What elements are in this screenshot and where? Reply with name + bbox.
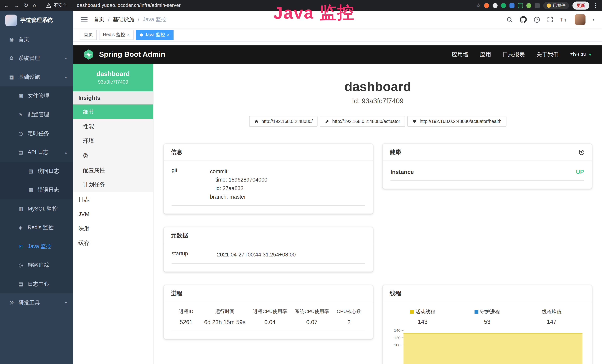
extension-icon[interactable] [501,3,506,8]
update-button[interactable]: 更新 [572,1,589,9]
sidebar-item-system-management[interactable]: ⚙ 系统管理 ▾ [0,49,73,67]
sidebar-item-file-management[interactable]: ▣ 文件管理 [0,86,73,105]
extension-icon[interactable] [484,3,489,8]
menu-item-jvm[interactable]: JVM [73,207,153,221]
menu-item-environment[interactable]: 环境 [73,134,153,148]
redis-icon: ◈ [18,225,24,230]
github-icon[interactable] [520,16,527,23]
app-sidebar: 芋道管理系统 ◉ 首页 ⚙ 系统管理 ▾ ▦ 基础设施 ▴ ▣ 文件管理 ✎ 配… [0,11,73,364]
bookmark-star-icon[interactable]: ☆ [476,2,481,8]
sidebar-item-redis-monitor[interactable]: ◈ Redis 监控 [0,218,73,237]
menu-item-details[interactable]: 细节 [73,104,153,119]
tag-java-monitor[interactable]: Java 监控 × [136,30,173,40]
close-icon[interactable]: × [127,32,130,37]
sidebar-item-api-logs[interactable]: ▤ API 日志 ▴ [0,143,73,161]
breadcrumb-current: Java 监控 [143,16,166,23]
sba-nav-about[interactable]: 关于我们 [536,51,559,58]
sba-nav-journal[interactable]: 日志报表 [503,51,525,58]
menu-item-metrics[interactable]: 性能 [73,119,153,134]
breadcrumb-infrastructure[interactable]: 基础设施 [113,16,134,23]
sba-brand-title: Spring Boot Admin [99,50,165,59]
sidebar-item-scheduled-tasks[interactable]: ◴ 定时任务 [0,124,73,143]
font-size-icon[interactable]: TT [560,17,568,23]
sidebar-item-home[interactable]: ◉ 首页 [0,30,73,49]
search-icon[interactable] [506,16,513,23]
peak-threads-value: 147 [519,318,584,325]
sidebar-item-dev-tools[interactable]: ⚒ 研发工具 ▾ [0,293,73,312]
user-avatar[interactable] [575,14,586,25]
divider [72,3,72,8]
extension-icon[interactable] [509,3,515,8]
peak-threads-label: 线程峰值 [542,308,562,315]
live-threads-value: 143 [390,318,455,325]
extension-icon[interactable] [526,3,531,8]
process-uptime-value: 6d 23h 15m 59s [201,319,249,325]
menu-item-caches[interactable]: 缓存 [73,236,153,250]
reload-icon[interactable]: ↻ [24,2,28,8]
menu-item-mappings[interactable]: 映射 [73,221,153,236]
menu-item-classes[interactable]: 类 [73,148,153,163]
sidebar-item-tracing[interactable]: ◎ 链路追踪 [0,256,73,274]
extension-on-icon[interactable] [518,3,523,8]
chevron-down-icon: ▾ [65,56,67,60]
menu-item-logs[interactable]: 日志 [73,192,153,207]
threads-chart: 140 120 100 [390,330,584,364]
app-logo-row[interactable]: 芋道管理系统 [0,11,73,30]
home-icon[interactable]: ⌂ [33,2,36,8]
service-url-link[interactable]: http://192.168.0.2:48080/ [249,116,318,127]
sba-nav-applications[interactable]: 应用 [480,51,491,58]
sidebar-item-access-logs[interactable]: ▧ 访问日志 [0,162,73,181]
security-indicator[interactable]: 不安全 [46,2,67,9]
doc-icon: ▧ [28,187,34,193]
tag-redis-monitor[interactable]: Redis 监控 × [99,30,133,40]
forward-icon[interactable]: → [14,2,19,8]
system-cpu-header: 系统CPU使用率 [291,308,333,315]
back-icon[interactable]: ← [4,2,9,8]
sidebar-item-config-management[interactable]: ✎ 配置管理 [0,105,73,124]
tag-home[interactable]: 首页 [80,30,97,40]
metadata-card-title: 元数据 [171,232,188,239]
database-icon: ▥ [18,206,24,212]
close-icon[interactable]: × [167,32,170,37]
locale-selector[interactable]: zh-CN ▼ [570,51,592,57]
wrench-icon [325,119,330,124]
chevron-down-icon[interactable]: ▾ [592,18,594,21]
doc-icon: ▧ [28,168,34,174]
paused-badge[interactable]: 已暂停 [543,2,569,9]
sba-nav-wallboard[interactable]: 应用墙 [452,51,468,58]
extension-icon[interactable] [493,3,498,8]
daemon-threads-label: 守护进程 [480,308,500,315]
svg-text:?: ? [536,18,538,21]
process-card: 进程 进程ID 运行时间 进程CPU使用率 系统CPU使用率 CPU核心数 52… [163,285,373,339]
home-icon [254,119,259,124]
git-branch: branch: master [210,192,365,201]
threads-chart-plot [403,330,584,364]
fullscreen-icon[interactable] [547,17,553,23]
sidebar-item-log-center[interactable]: ▤ 日志中心 [0,275,73,293]
grid-icon: ▦ [9,74,15,80]
menu-item-scheduled-tasks[interactable]: 计划任务 [73,177,153,192]
live-threads-label: 活动线程 [416,308,436,315]
menu-item-config-props[interactable]: 配置属性 [73,163,153,177]
tools-icon: ⚒ [9,300,15,306]
health-card: 健康 Instance UP [383,143,592,189]
extension-puzzle-icon[interactable] [535,3,540,8]
sidebar-item-error-logs[interactable]: ▧ 错误日志 [0,181,73,199]
sidebar-item-java-monitor[interactable]: ⊡ Java 监控 [0,237,73,256]
git-commit-label: commit: [210,167,365,176]
hamburger-icon[interactable] [81,17,87,22]
sidebar-item-mysql-monitor[interactable]: ▥ MySQL 监控 [0,199,73,218]
actuator-url-link[interactable]: http://192.168.0.2:48080/actuator [320,116,405,127]
breadcrumb-home[interactable]: 首页 [94,16,104,23]
sidebar-item-infrastructure[interactable]: ▦ 基础设施 ▴ [0,67,73,86]
instance-header[interactable]: dashboard 93a3fc7f7409 [73,64,153,91]
address-bar[interactable]: dashboard.yudao.iocoder.cn/infra/admin-s… [77,3,181,8]
browser-menu-icon[interactable]: ⋮ [593,2,598,8]
history-icon[interactable] [579,149,585,155]
chevron-down-icon: ▼ [588,53,592,57]
health-url-link[interactable]: http://192.168.0.2:48080/actuator/health [408,116,506,127]
dashboard-icon: ◉ [9,37,15,42]
git-row: git commit: time: 1596289704000 id: 27aa… [172,167,365,206]
help-icon[interactable]: ? [534,16,540,23]
instance-name: dashboard [97,70,130,78]
